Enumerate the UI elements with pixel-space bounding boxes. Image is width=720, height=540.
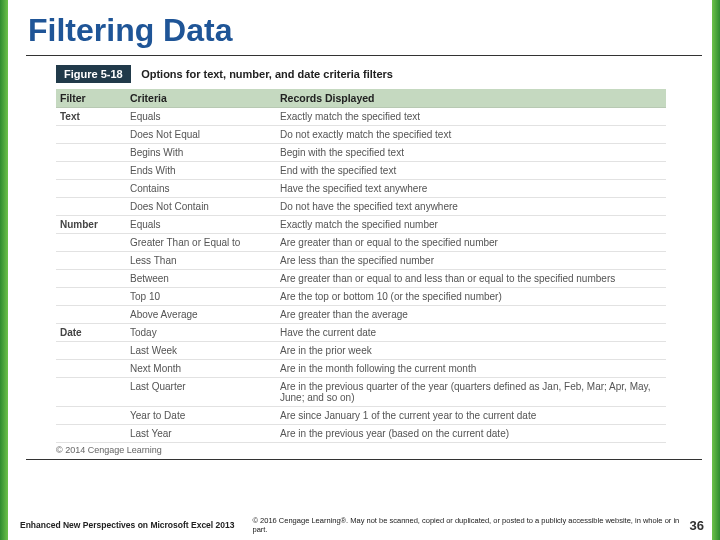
- table-row: Last YearAre in the previous year (based…: [56, 425, 666, 443]
- table-row: BetweenAre greater than or equal to and …: [56, 270, 666, 288]
- cell-criteria: Between: [126, 270, 276, 288]
- table-copyright: © 2014 Cengage Learning: [56, 445, 720, 455]
- filter-table: Filter Criteria Records Displayed TextEq…: [56, 89, 702, 443]
- cell-filter: Date: [56, 324, 126, 342]
- cell-desc: Exactly match the specified number: [276, 216, 666, 234]
- cell-filter: [56, 144, 126, 162]
- cell-desc: Do not exactly match the specified text: [276, 126, 666, 144]
- bottom-divider: [26, 459, 702, 460]
- table-row: Last WeekAre in the prior week: [56, 342, 666, 360]
- footer: Enhanced New Perspectives on Microsoft E…: [20, 516, 704, 534]
- cell-desc: Are in the month following the current m…: [276, 360, 666, 378]
- cell-filter: [56, 234, 126, 252]
- cell-criteria: Does Not Equal: [126, 126, 276, 144]
- table-row: ContainsHave the specified text anywhere: [56, 180, 666, 198]
- cell-filter: [56, 342, 126, 360]
- table-row: Does Not ContainDo not have the specifie…: [56, 198, 666, 216]
- figure-label: Figure 5-18: [56, 65, 131, 83]
- cell-desc: Are greater than or equal to and less th…: [276, 270, 666, 288]
- cell-criteria: Last Year: [126, 425, 276, 443]
- legal-text: © 2016 Cengage Learning®. May not be sca…: [252, 516, 679, 534]
- book-title: Enhanced New Perspectives on Microsoft E…: [20, 520, 234, 530]
- cell-filter: [56, 360, 126, 378]
- cell-filter: [56, 162, 126, 180]
- col-records: Records Displayed: [276, 89, 666, 108]
- cell-criteria: Less Than: [126, 252, 276, 270]
- cell-desc: Have the specified text anywhere: [276, 180, 666, 198]
- cell-criteria: Next Month: [126, 360, 276, 378]
- slide-title: Filtering Data: [0, 0, 720, 55]
- cell-filter: [56, 306, 126, 324]
- table-row: NumberEqualsExactly match the specified …: [56, 216, 666, 234]
- cell-criteria: Does Not Contain: [126, 198, 276, 216]
- cell-filter: Text: [56, 108, 126, 126]
- table-row: Ends WithEnd with the specified text: [56, 162, 666, 180]
- cell-desc: Are the top or bottom 10 (or the specifi…: [276, 288, 666, 306]
- cell-desc: Are greater than the average: [276, 306, 666, 324]
- cell-filter: [56, 425, 126, 443]
- cell-criteria: Begins With: [126, 144, 276, 162]
- cell-criteria: Last Week: [126, 342, 276, 360]
- table-row: Begins WithBegin with the specified text: [56, 144, 666, 162]
- figure-header: Figure 5-18 Options for text, number, an…: [56, 64, 720, 83]
- cell-desc: Are in the previous quarter of the year …: [276, 378, 666, 407]
- cell-filter: Number: [56, 216, 126, 234]
- cell-filter: [56, 288, 126, 306]
- col-criteria: Criteria: [126, 89, 276, 108]
- cell-filter: [56, 270, 126, 288]
- cell-desc: Are less than the specified number: [276, 252, 666, 270]
- cell-filter: [56, 126, 126, 144]
- cell-filter: [56, 198, 126, 216]
- cell-desc: Have the current date: [276, 324, 666, 342]
- cell-criteria: Above Average: [126, 306, 276, 324]
- cell-criteria: Ends With: [126, 162, 276, 180]
- cell-criteria: Today: [126, 324, 276, 342]
- page-number: 36: [690, 518, 704, 533]
- cell-desc: End with the specified text: [276, 162, 666, 180]
- cell-criteria: Equals: [126, 216, 276, 234]
- table-row: DateTodayHave the current date: [56, 324, 666, 342]
- table-row: Does Not EqualDo not exactly match the s…: [56, 126, 666, 144]
- cell-desc: Are in the prior week: [276, 342, 666, 360]
- table-row: Less ThanAre less than the specified num…: [56, 252, 666, 270]
- col-filter: Filter: [56, 89, 126, 108]
- table-row: Year to DateAre since January 1 of the c…: [56, 407, 666, 425]
- cell-criteria: Equals: [126, 108, 276, 126]
- cell-filter: [56, 180, 126, 198]
- cell-desc: Are greater than or equal to the specifi…: [276, 234, 666, 252]
- table-row: Last QuarterAre in the previous quarter …: [56, 378, 666, 407]
- table-row: Greater Than or Equal toAre greater than…: [56, 234, 666, 252]
- top-divider: [26, 55, 702, 56]
- cell-filter: [56, 407, 126, 425]
- cell-desc: Are in the previous year (based on the c…: [276, 425, 666, 443]
- cell-criteria: Year to Date: [126, 407, 276, 425]
- table-row: Next MonthAre in the month following the…: [56, 360, 666, 378]
- cell-criteria: Greater Than or Equal to: [126, 234, 276, 252]
- figure-caption: Options for text, number, and date crite…: [141, 68, 393, 80]
- cell-criteria: Contains: [126, 180, 276, 198]
- cell-desc: Exactly match the specified text: [276, 108, 666, 126]
- cell-desc: Do not have the specified text anywhere: [276, 198, 666, 216]
- table-row: TextEqualsExactly match the specified te…: [56, 108, 666, 126]
- cell-criteria: Top 10: [126, 288, 276, 306]
- table-row: Above AverageAre greater than the averag…: [56, 306, 666, 324]
- table-row: Top 10Are the top or bottom 10 (or the s…: [56, 288, 666, 306]
- cell-filter: [56, 252, 126, 270]
- cell-criteria: Last Quarter: [126, 378, 276, 407]
- cell-desc: Are since January 1 of the current year …: [276, 407, 666, 425]
- cell-filter: [56, 378, 126, 407]
- cell-desc: Begin with the specified text: [276, 144, 666, 162]
